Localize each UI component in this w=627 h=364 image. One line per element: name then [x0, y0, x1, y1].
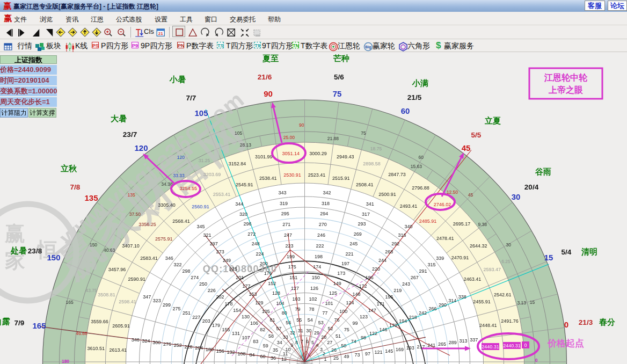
svg-text:25.00: 25.00 — [283, 135, 295, 140]
svg-text:32: 32 — [290, 330, 295, 336]
svg-text:3: 3 — [320, 347, 323, 352]
svg-text:313: 313 — [459, 338, 467, 344]
svg-text:53: 53 — [318, 320, 324, 325]
svg-text:222: 222 — [316, 243, 324, 249]
svg-text:316: 316 — [398, 232, 406, 238]
svg-text:2: 2 — [323, 351, 325, 356]
svg-text:180: 180 — [206, 347, 214, 352]
svg-text:293: 293 — [358, 221, 366, 227]
svg-text:价格起点: 价格起点 — [547, 338, 584, 348]
svg-text:21.88: 21.88 — [327, 136, 339, 141]
svg-text:266: 266 — [428, 306, 436, 311]
svg-text:125: 125 — [329, 290, 337, 296]
svg-text:100: 100 — [339, 309, 347, 314]
svg-text:7: 7 — [301, 339, 303, 344]
svg-text:343: 343 — [278, 190, 286, 195]
svg-text:36: 36 — [271, 355, 276, 361]
svg-text:27: 27 — [327, 340, 332, 345]
svg-text:白露: 白露 — [0, 317, 10, 326]
svg-text:101: 101 — [325, 301, 333, 306]
svg-text:2590.91: 2590.91 — [128, 276, 146, 282]
svg-text:122: 122 — [369, 331, 377, 336]
svg-text:108: 108 — [237, 351, 245, 356]
svg-text:赢: 赢 — [4, 222, 25, 245]
svg-text:225: 225 — [229, 266, 237, 272]
svg-text:12: 12 — [281, 356, 287, 362]
svg-text:23/7: 23/7 — [123, 130, 137, 139]
svg-text:33: 33 — [283, 334, 288, 340]
svg-text:上帝之眼: 上帝之眼 — [548, 85, 583, 94]
svg-text:150: 150 — [90, 242, 97, 247]
svg-text:3.13: 3.13 — [517, 300, 526, 305]
svg-text:35: 35 — [273, 347, 278, 353]
svg-text:2530.91: 2530.91 — [283, 172, 301, 178]
svg-text:152: 152 — [268, 281, 276, 286]
svg-text:132: 132 — [227, 350, 235, 355]
svg-text:105: 105 — [262, 309, 270, 314]
svg-text:15: 15 — [530, 300, 535, 305]
svg-text:2491.76: 2491.76 — [501, 318, 519, 324]
svg-text:3203.69: 3203.69 — [203, 172, 221, 177]
svg-text:346: 346 — [165, 256, 173, 261]
svg-text:170: 170 — [389, 323, 397, 328]
svg-text:26: 26 — [331, 347, 337, 353]
svg-text:202: 202 — [216, 294, 224, 300]
svg-text:314: 314 — [448, 298, 456, 303]
svg-text:2613.41: 2613.41 — [109, 347, 127, 353]
svg-text:2455.91: 2455.91 — [473, 299, 491, 304]
svg-text:30: 30 — [512, 192, 521, 201]
svg-text:2545.91: 2545.91 — [236, 182, 253, 187]
svg-text:342: 342 — [323, 190, 331, 195]
svg-text:242: 242 — [419, 310, 427, 316]
svg-text:78: 78 — [309, 307, 314, 312]
svg-text:75: 75 — [361, 130, 366, 136]
svg-text:2949.43: 2949.43 — [337, 154, 354, 159]
svg-text:199: 199 — [287, 254, 295, 259]
svg-text:169: 169 — [396, 347, 404, 352]
svg-text:2478.41: 2478.41 — [436, 236, 454, 241]
svg-text:124: 124 — [346, 300, 354, 305]
svg-text:244: 244 — [378, 258, 387, 263]
svg-text:50: 50 — [341, 343, 346, 348]
svg-text:273: 273 — [216, 249, 224, 254]
svg-text:345: 345 — [196, 224, 205, 229]
svg-text:江恩轮中轮: 江恩轮中轮 — [544, 73, 588, 82]
svg-text:60: 60 — [419, 155, 424, 160]
svg-text:103: 103 — [292, 296, 300, 302]
svg-text:2575.91: 2575.91 — [155, 236, 173, 242]
svg-text:298: 298 — [182, 268, 190, 274]
svg-text:322: 322 — [174, 262, 182, 267]
svg-text:323: 323 — [153, 298, 161, 303]
svg-text:146: 146 — [379, 327, 387, 332]
svg-text:11: 11 — [283, 351, 288, 356]
svg-text:270: 270 — [319, 222, 327, 227]
svg-text:196: 196 — [366, 275, 374, 280]
svg-text:81: 81 — [269, 317, 275, 323]
svg-text:75: 75 — [344, 327, 349, 332]
svg-text:201: 201 — [236, 275, 244, 280]
svg-text:274: 274 — [191, 275, 199, 280]
svg-text:49: 49 — [344, 354, 349, 359]
svg-text:245: 245 — [349, 241, 358, 246]
svg-text:77: 77 — [322, 310, 327, 316]
svg-text:谷雨: 谷雨 — [535, 167, 551, 176]
svg-text:34: 34 — [277, 340, 282, 345]
svg-text:2440.31: 2440.31 — [503, 343, 521, 348]
svg-text:2598.41: 2598.41 — [119, 299, 136, 304]
svg-text:小暑: 小暑 — [169, 75, 186, 84]
svg-text:84: 84 — [250, 352, 255, 358]
svg-text:338: 338 — [458, 294, 466, 300]
svg-text:4: 4 — [316, 343, 319, 348]
svg-text:2593.47: 2593.47 — [483, 267, 501, 272]
svg-text:2644.32: 2644.32 — [470, 243, 487, 249]
svg-text:228: 228 — [185, 344, 193, 350]
svg-text:194: 194 — [399, 318, 407, 324]
svg-text:3305.40: 3305.40 — [158, 202, 176, 208]
svg-text:芒种: 芒种 — [333, 54, 349, 63]
svg-text:30: 30 — [506, 242, 511, 247]
svg-text:299: 299 — [163, 302, 171, 308]
svg-text:179: 179 — [212, 323, 220, 328]
svg-text:120: 120 — [134, 143, 148, 152]
svg-text:171: 171 — [377, 301, 385, 307]
svg-text:3101.99: 3101.99 — [255, 154, 273, 159]
